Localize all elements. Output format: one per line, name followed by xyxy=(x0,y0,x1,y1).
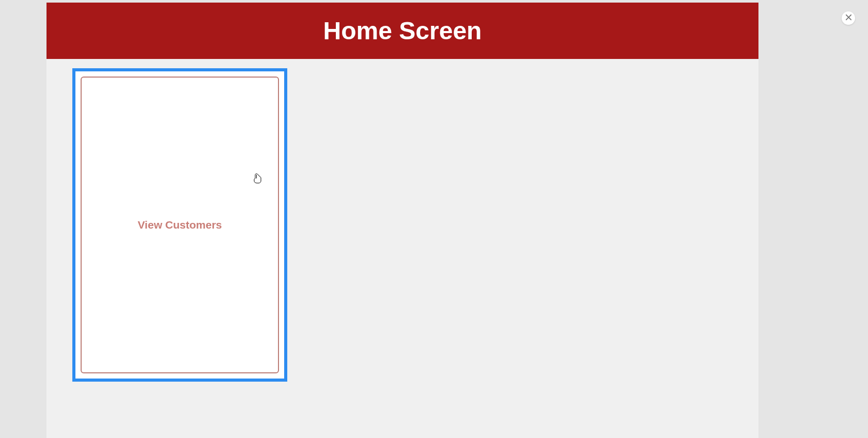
page-title: Home Screen xyxy=(323,17,482,45)
main-container: Home Screen View Customers xyxy=(47,3,758,438)
card-label: View Customers xyxy=(137,219,222,231)
close-button[interactable] xyxy=(842,11,855,25)
header-bar: Home Screen xyxy=(47,3,758,59)
view-customers-card[interactable]: View Customers xyxy=(72,68,287,382)
close-icon xyxy=(845,13,852,23)
card-inner: View Customers xyxy=(81,77,279,373)
content-area: View Customers xyxy=(47,59,758,391)
